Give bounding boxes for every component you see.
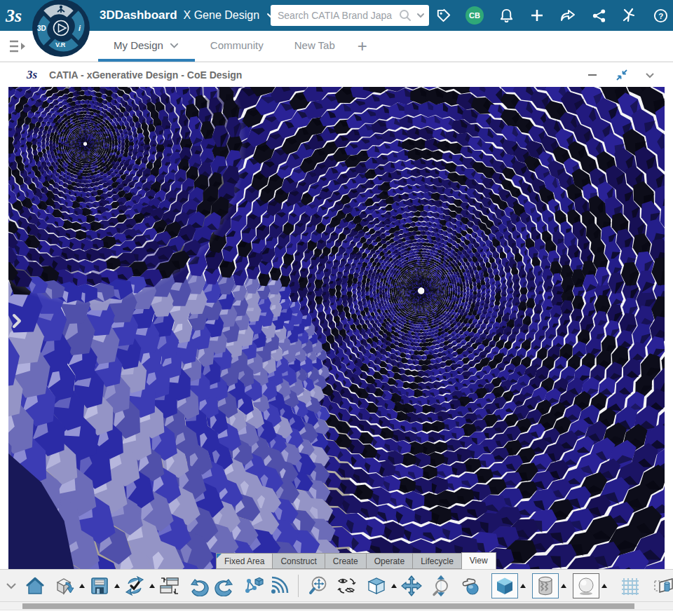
share-forward-icon[interactable] bbox=[559, 7, 576, 24]
fixed-area-flag bbox=[217, 554, 222, 559]
app-name: 3DDashboard bbox=[100, 8, 177, 22]
search-box bbox=[271, 5, 429, 26]
design-graph-button[interactable] bbox=[241, 573, 266, 598]
workbench-tab-lifecycle[interactable]: Lifecycle bbox=[412, 553, 462, 569]
tab-my-design[interactable]: My Design bbox=[98, 31, 195, 62]
grid-button[interactable] bbox=[618, 573, 643, 598]
collaboration-person-icon[interactable] bbox=[621, 7, 638, 24]
3d-viewport: Fixed Area Construct Create Operate Life… bbox=[8, 87, 665, 569]
add-icon[interactable] bbox=[529, 7, 545, 24]
workbench-tab-label: Construct bbox=[280, 556, 316, 566]
tab-label: New Tab bbox=[294, 39, 335, 51]
tab-new-tab[interactable]: New Tab bbox=[279, 31, 351, 62]
view-cube-button[interactable] bbox=[364, 573, 389, 598]
workbench-tab-label: Lifecycle bbox=[421, 556, 454, 566]
save-dropdown-caret[interactable] bbox=[114, 584, 120, 588]
fit-all-button[interactable] bbox=[305, 573, 330, 598]
compass-3d-label: 3D bbox=[37, 25, 46, 32]
material-view-dropdown-caret[interactable] bbox=[561, 584, 566, 588]
svg-text:3s: 3s bbox=[5, 6, 22, 26]
tab-list: My Design Community New Tab + bbox=[98, 31, 374, 62]
window-collapse-chevron-icon[interactable] bbox=[639, 62, 660, 88]
help-icon[interactable]: ? bbox=[652, 7, 669, 24]
catia-3ds-logo-icon: 3s bbox=[27, 68, 42, 82]
svg-text:?: ? bbox=[658, 11, 663, 20]
tab-label: My Design bbox=[114, 39, 163, 51]
zoom-button[interactable] bbox=[428, 573, 454, 598]
tag-icon[interactable] bbox=[435, 7, 451, 24]
dashboard-tab-row: My Design Community New Tab + bbox=[0, 31, 673, 62]
workbench-tab-view[interactable]: View bbox=[461, 552, 496, 569]
exchange-button[interactable] bbox=[157, 573, 182, 598]
swap-visible-button[interactable] bbox=[334, 573, 360, 598]
rotate-button[interactable] bbox=[458, 573, 483, 598]
top-bar: 3s 3D i V.R 3DDashboard X Gene Design bbox=[0, 0, 673, 31]
tab-chevron-down-icon[interactable] bbox=[169, 40, 179, 50]
user-avatar[interactable]: CB bbox=[465, 6, 484, 25]
viewport-canvas[interactable] bbox=[8, 87, 665, 569]
pan-button[interactable] bbox=[399, 573, 424, 598]
open-model-dropdown-caret[interactable] bbox=[79, 584, 85, 588]
horizontal-scrollbar-thumb[interactable] bbox=[22, 603, 634, 609]
workbench-tab-create[interactable]: Create bbox=[325, 553, 367, 569]
workbench-tab-label: Fixed Area bbox=[224, 556, 264, 566]
search-input[interactable] bbox=[271, 10, 398, 21]
3dexperience-compass[interactable]: 3D i V.R bbox=[31, 0, 91, 58]
action-toolbar bbox=[0, 569, 673, 601]
tab-label: Community bbox=[210, 39, 264, 51]
notifications-bell-icon[interactable] bbox=[498, 7, 515, 24]
search-icon[interactable] bbox=[398, 8, 412, 22]
stream-button[interactable] bbox=[266, 573, 292, 598]
app-window-title: CATIA - xGenerative Design - CoE Design bbox=[49, 62, 242, 88]
workbench-tab-label: Create bbox=[333, 556, 358, 566]
toolbar-separator bbox=[298, 575, 299, 597]
workbench-tab-label: View bbox=[470, 556, 488, 566]
side-panel-expand-chevron-icon[interactable] bbox=[11, 313, 23, 329]
workbench-tab-operate[interactable]: Operate bbox=[366, 553, 413, 569]
workbench-tab-fixed-area[interactable]: Fixed Area bbox=[216, 553, 273, 569]
3ds-logo-icon[interactable]: 3s bbox=[4, 4, 31, 27]
view-cube-dropdown-caret[interactable] bbox=[391, 584, 397, 588]
save-button[interactable] bbox=[87, 573, 112, 598]
undo-button[interactable] bbox=[186, 573, 212, 598]
topbar-icon-group: CB bbox=[435, 0, 669, 31]
app-window-titlebar: 3s CATIA - xGenerative Design - CoE Desi… bbox=[0, 62, 673, 87]
home-button[interactable] bbox=[22, 573, 48, 598]
search-scope-chevron-icon[interactable] bbox=[415, 10, 426, 21]
share-network-icon[interactable] bbox=[590, 7, 607, 24]
tab-community[interactable]: Community bbox=[195, 31, 279, 62]
section-button[interactable] bbox=[651, 573, 673, 598]
add-tab-button[interactable]: + bbox=[351, 31, 374, 62]
window-minimize-button[interactable] bbox=[582, 62, 603, 88]
horizontal-scrollbar bbox=[0, 601, 673, 610]
toolbar-collapse-chevron-icon[interactable] bbox=[6, 575, 17, 596]
workbench-tab-bar: Fixed Area Construct Create Operate Life… bbox=[216, 552, 496, 569]
render-style-button[interactable] bbox=[573, 573, 599, 598]
update-dropdown-caret[interactable] bbox=[149, 584, 155, 588]
redo-button[interactable] bbox=[212, 573, 237, 598]
window-restore-button[interactable] bbox=[611, 62, 632, 88]
open-model-button[interactable] bbox=[52, 573, 77, 598]
update-button[interactable] bbox=[122, 573, 147, 598]
panel-expand-icon[interactable] bbox=[8, 39, 27, 54]
page-footer-space bbox=[0, 610, 673, 616]
compass-vr-label: V.R bbox=[55, 41, 66, 48]
shaded-view-toggle[interactable] bbox=[491, 573, 518, 598]
shaded-view-dropdown-caret[interactable] bbox=[520, 584, 526, 588]
context-name: X Gene Design bbox=[184, 9, 260, 22]
workbench-tab-construct[interactable]: Construct bbox=[272, 553, 325, 569]
dashboard-title: 3DDashboard X Gene Design bbox=[100, 0, 277, 31]
workbench-tab-label: Operate bbox=[374, 556, 405, 566]
render-style-dropdown-caret[interactable] bbox=[601, 584, 607, 588]
material-view-toggle[interactable] bbox=[532, 573, 559, 598]
